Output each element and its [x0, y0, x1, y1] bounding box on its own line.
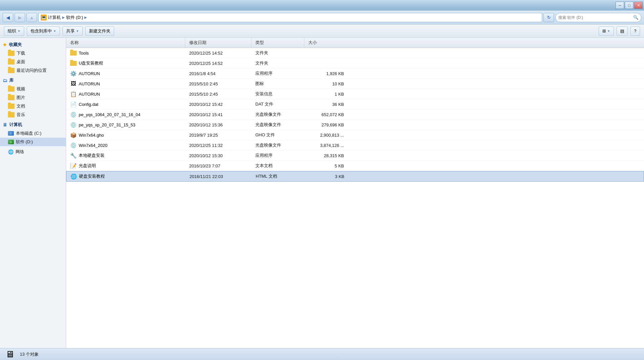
preview-label: ▤	[620, 28, 624, 33]
table-row[interactable]: 🔧 本地硬盘安装 2020/10/12 15:30 应用程序 28,315 KB	[66, 151, 644, 161]
minimize-button[interactable]: ─	[616, 2, 624, 9]
file-modified-9: 2020/12/25 11:32	[185, 141, 251, 150]
table-row[interactable]: 🌐 硬盘安装教程 2016/11/21 22:03 HTML 文档 3 KB	[66, 171, 644, 182]
file-type-11: 文本文档	[251, 161, 304, 170]
file-name-cell-11: 📝 光盘说明	[66, 161, 185, 171]
col-name-header[interactable]: 名称	[66, 38, 185, 48]
maximize-button[interactable]: □	[625, 2, 633, 9]
file-name-text-5: Config.dat	[79, 102, 98, 107]
images-label: 图片	[17, 95, 25, 101]
table-row[interactable]: 📄 Config.dat 2020/10/12 15:42 DAT 文件 36 …	[66, 99, 644, 110]
preview-button[interactable]: ▤	[617, 26, 628, 36]
video-folder-icon	[8, 86, 15, 92]
desktop-label: 桌面	[17, 59, 25, 65]
view-options-button[interactable]: ⊞ ▼	[599, 26, 614, 36]
file-modified-2: 2016/1/8 4:54	[185, 69, 251, 78]
table-row[interactable]: ⚙️ AUTORUN 2016/1/8 4:54 应用程序 1,926 KB	[66, 68, 644, 79]
favorites-star-icon: ★	[3, 42, 7, 47]
refresh-button[interactable]: ↻	[543, 13, 554, 22]
sidebar-favorites-header[interactable]: ★ 收藏夹	[0, 40, 66, 49]
search-input[interactable]	[558, 15, 632, 20]
file-icon-7: 💿	[70, 121, 77, 128]
sidebar-item-downloads[interactable]: 下载	[0, 49, 66, 58]
file-modified-5: 2020/10/12 15:42	[185, 100, 251, 109]
share-button[interactable]: 共享 ▼	[63, 26, 83, 36]
organize-button[interactable]: 组织 ▼	[4, 26, 24, 36]
status-bar: 🖥 13 个对象	[0, 348, 644, 360]
status-count: 13 个对象	[20, 351, 39, 357]
table-row[interactable]: 💿 pe_yqs_xp_20_07_31_15_53 2020/10/12 15…	[66, 120, 644, 130]
file-size-3: 10 KB	[304, 80, 351, 88]
include-dropdown-arrow: ▼	[53, 29, 56, 33]
file-size-6: 652,072 KB	[304, 111, 351, 119]
table-row[interactable]: 🖼 AUTORUN 2015/5/10 2:45 图标 10 KB	[66, 79, 644, 89]
recent-label: 最近访问的位置	[17, 68, 47, 73]
sidebar-section-library: 🗂 库 视频 图片 文档 音乐	[0, 76, 66, 119]
search-icon[interactable]: 🔍	[633, 15, 638, 20]
table-row[interactable]: 💿 Win7x64_2020 2020/12/25 11:32 光盘映像文件 3…	[66, 140, 644, 151]
file-icon-2: ⚙️	[70, 70, 77, 77]
table-row[interactable]: 📦 Win7x64.gho 2019/9/7 19:25 GHO 文件 2,90…	[66, 130, 644, 140]
path-separator-2: ▶	[84, 16, 87, 19]
file-name-text-11: 光盘说明	[79, 163, 96, 169]
file-type-5: DAT 文件	[251, 100, 304, 109]
file-name-cell-0: Tools	[66, 48, 185, 58]
sidebar-item-images[interactable]: 图片	[0, 93, 66, 102]
table-row[interactable]: Tools 2020/12/25 14:52 文件夹	[66, 48, 644, 58]
back-button[interactable]: ◀	[3, 13, 13, 22]
sidebar-section-network: 🌐 网络	[0, 148, 66, 156]
file-icon-4: 📋	[70, 91, 77, 97]
file-modified-10: 2020/10/12 15:30	[185, 152, 251, 160]
file-size-8: 2,900,813 ...	[304, 131, 351, 139]
forward-button[interactable]: ▶	[15, 13, 25, 22]
library-icon: 🗂	[3, 78, 7, 83]
file-modified-7: 2020/10/12 15:36	[185, 121, 251, 129]
main-layout: ★ 收藏夹 下载 桌面 最近访问的位置 🗂 库	[0, 38, 644, 348]
sidebar-item-video[interactable]: 视频	[0, 85, 66, 93]
include-in-lib-button[interactable]: 包含到库中 ▼	[27, 26, 60, 36]
close-button[interactable]: ✕	[634, 2, 643, 9]
table-row[interactable]: 📝 光盘说明 2016/10/23 7:07 文本文档 5 KB	[66, 161, 644, 171]
file-type-9: 光盘映像文件	[251, 141, 304, 150]
desktop-folder-icon	[8, 59, 15, 65]
share-dropdown-arrow: ▼	[76, 29, 79, 33]
new-folder-button[interactable]: 新建文件夹	[85, 26, 114, 36]
sidebar-item-recent[interactable]: 最近访问的位置	[0, 66, 66, 75]
sidebar-item-software-d[interactable]: D 软件 (D:)	[0, 138, 66, 146]
new-folder-label: 新建文件夹	[89, 28, 110, 34]
file-type-1: 文件夹	[251, 59, 304, 68]
table-row[interactable]: U盘安装教程 2020/12/25 14:52 文件夹	[66, 58, 644, 68]
sidebar-item-network[interactable]: 🌐 网络	[0, 148, 66, 156]
col-type-header[interactable]: 类型	[251, 38, 304, 48]
local-c-label: 本地磁盘 (C:)	[16, 130, 41, 136]
file-name-text-6: pe_yqs_1064_20_07_31_16_04	[79, 112, 141, 117]
sidebar-item-desktop[interactable]: 桌面	[0, 58, 66, 66]
help-button[interactable]: ?	[630, 26, 640, 36]
file-icon-1	[70, 60, 77, 67]
file-name-cell-9: 💿 Win7x64_2020	[66, 140, 185, 150]
sidebar-item-local-c[interactable]: C 本地磁盘 (C:)	[0, 129, 66, 138]
up-button[interactable]: ▲	[26, 13, 37, 22]
file-icon-0	[70, 50, 77, 56]
file-size-1	[304, 62, 351, 65]
address-path[interactable]: 💻 计算机 ▶ 软件 (D:) ▶	[38, 13, 542, 22]
table-row[interactable]: 📋 AUTORUN 2015/5/10 2:45 安装信息 1 KB	[66, 89, 644, 99]
file-icon-12: 🌐	[70, 173, 77, 180]
col-size-header[interactable]: 大小	[304, 38, 351, 48]
computer-label: 计算机	[9, 122, 22, 128]
file-type-12: HTML 文档	[252, 172, 305, 181]
video-label: 视频	[17, 86, 25, 92]
sidebar-item-docs[interactable]: 文档	[0, 102, 66, 111]
search-box: 🔍	[555, 13, 641, 22]
table-row[interactable]: 💿 pe_yqs_1064_20_07_31_16_04 2020/10/12 …	[66, 110, 644, 120]
file-name-cell-5: 📄 Config.dat	[66, 99, 185, 109]
sidebar-item-music[interactable]: 音乐	[0, 111, 66, 119]
sidebar-library-header[interactable]: 🗂 库	[0, 76, 66, 85]
sidebar-section-favorites: ★ 收藏夹 下载 桌面 最近访问的位置	[0, 40, 66, 75]
organize-dropdown-arrow: ▼	[18, 29, 21, 33]
sidebar-computer-header[interactable]: 🖥 计算机	[0, 120, 66, 129]
file-modified-6: 2020/10/12 15:41	[185, 111, 251, 119]
file-type-6: 光盘映像文件	[251, 110, 304, 119]
col-modified-header[interactable]: 修改日期	[185, 38, 251, 48]
file-name-text-8: Win7x64.gho	[79, 133, 104, 138]
